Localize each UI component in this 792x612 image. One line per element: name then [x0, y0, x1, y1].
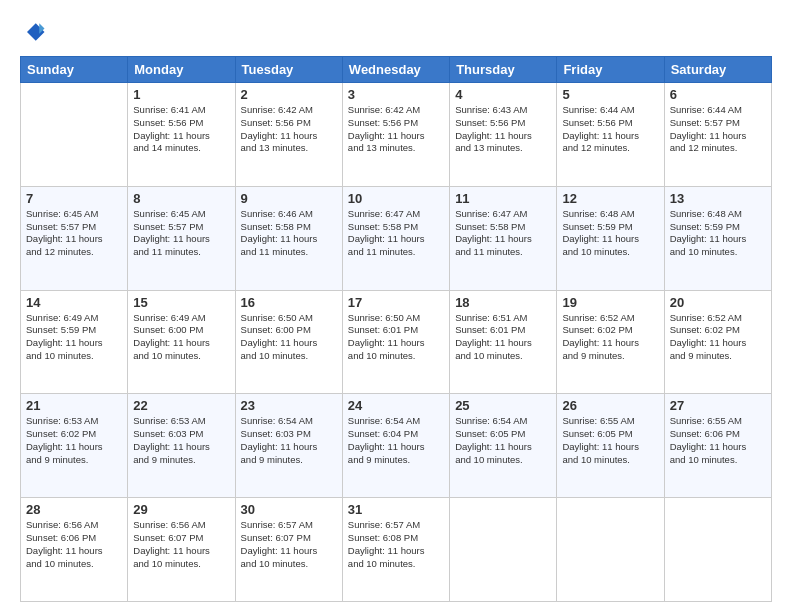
day-number: 25 [455, 398, 551, 413]
calendar-cell: 25Sunrise: 6:54 AM Sunset: 6:05 PM Dayli… [450, 394, 557, 498]
header [20, 18, 772, 46]
calendar-header-thursday: Thursday [450, 57, 557, 83]
calendar-week-row: 7Sunrise: 6:45 AM Sunset: 5:57 PM Daylig… [21, 186, 772, 290]
calendar-week-row: 1Sunrise: 6:41 AM Sunset: 5:56 PM Daylig… [21, 83, 772, 187]
day-number: 29 [133, 502, 229, 517]
day-number: 19 [562, 295, 658, 310]
day-detail: Sunrise: 6:55 AM Sunset: 6:05 PM Dayligh… [562, 415, 658, 466]
day-detail: Sunrise: 6:54 AM Sunset: 6:05 PM Dayligh… [455, 415, 551, 466]
calendar-header-friday: Friday [557, 57, 664, 83]
day-number: 9 [241, 191, 337, 206]
day-number: 6 [670, 87, 766, 102]
calendar-cell: 7Sunrise: 6:45 AM Sunset: 5:57 PM Daylig… [21, 186, 128, 290]
day-detail: Sunrise: 6:43 AM Sunset: 5:56 PM Dayligh… [455, 104, 551, 155]
day-detail: Sunrise: 6:48 AM Sunset: 5:59 PM Dayligh… [670, 208, 766, 259]
day-number: 23 [241, 398, 337, 413]
calendar-header-tuesday: Tuesday [235, 57, 342, 83]
calendar-cell: 24Sunrise: 6:54 AM Sunset: 6:04 PM Dayli… [342, 394, 449, 498]
day-detail: Sunrise: 6:47 AM Sunset: 5:58 PM Dayligh… [348, 208, 444, 259]
calendar-cell: 27Sunrise: 6:55 AM Sunset: 6:06 PM Dayli… [664, 394, 771, 498]
day-detail: Sunrise: 6:49 AM Sunset: 6:00 PM Dayligh… [133, 312, 229, 363]
day-number: 4 [455, 87, 551, 102]
day-number: 26 [562, 398, 658, 413]
day-number: 1 [133, 87, 229, 102]
day-detail: Sunrise: 6:48 AM Sunset: 5:59 PM Dayligh… [562, 208, 658, 259]
calendar-cell: 20Sunrise: 6:52 AM Sunset: 6:02 PM Dayli… [664, 290, 771, 394]
calendar-cell [21, 83, 128, 187]
day-detail: Sunrise: 6:49 AM Sunset: 5:59 PM Dayligh… [26, 312, 122, 363]
calendar-cell: 26Sunrise: 6:55 AM Sunset: 6:05 PM Dayli… [557, 394, 664, 498]
calendar-cell: 22Sunrise: 6:53 AM Sunset: 6:03 PM Dayli… [128, 394, 235, 498]
calendar-cell [450, 498, 557, 602]
calendar-week-row: 14Sunrise: 6:49 AM Sunset: 5:59 PM Dayli… [21, 290, 772, 394]
calendar-header-sunday: Sunday [21, 57, 128, 83]
day-detail: Sunrise: 6:53 AM Sunset: 6:02 PM Dayligh… [26, 415, 122, 466]
day-detail: Sunrise: 6:47 AM Sunset: 5:58 PM Dayligh… [455, 208, 551, 259]
day-number: 8 [133, 191, 229, 206]
calendar-cell: 8Sunrise: 6:45 AM Sunset: 5:57 PM Daylig… [128, 186, 235, 290]
day-number: 24 [348, 398, 444, 413]
day-detail: Sunrise: 6:46 AM Sunset: 5:58 PM Dayligh… [241, 208, 337, 259]
calendar-cell: 2Sunrise: 6:42 AM Sunset: 5:56 PM Daylig… [235, 83, 342, 187]
day-number: 2 [241, 87, 337, 102]
day-detail: Sunrise: 6:56 AM Sunset: 6:06 PM Dayligh… [26, 519, 122, 570]
calendar-week-row: 21Sunrise: 6:53 AM Sunset: 6:02 PM Dayli… [21, 394, 772, 498]
day-detail: Sunrise: 6:54 AM Sunset: 6:04 PM Dayligh… [348, 415, 444, 466]
calendar-header-monday: Monday [128, 57, 235, 83]
calendar-cell: 29Sunrise: 6:56 AM Sunset: 6:07 PM Dayli… [128, 498, 235, 602]
day-number: 21 [26, 398, 122, 413]
calendar-week-row: 28Sunrise: 6:56 AM Sunset: 6:06 PM Dayli… [21, 498, 772, 602]
day-detail: Sunrise: 6:52 AM Sunset: 6:02 PM Dayligh… [562, 312, 658, 363]
day-number: 11 [455, 191, 551, 206]
day-detail: Sunrise: 6:56 AM Sunset: 6:07 PM Dayligh… [133, 519, 229, 570]
calendar-cell: 21Sunrise: 6:53 AM Sunset: 6:02 PM Dayli… [21, 394, 128, 498]
day-detail: Sunrise: 6:50 AM Sunset: 6:00 PM Dayligh… [241, 312, 337, 363]
day-number: 12 [562, 191, 658, 206]
day-detail: Sunrise: 6:45 AM Sunset: 5:57 PM Dayligh… [26, 208, 122, 259]
logo [20, 18, 50, 46]
day-detail: Sunrise: 6:41 AM Sunset: 5:56 PM Dayligh… [133, 104, 229, 155]
calendar-header-row: SundayMondayTuesdayWednesdayThursdayFrid… [21, 57, 772, 83]
calendar-cell: 16Sunrise: 6:50 AM Sunset: 6:00 PM Dayli… [235, 290, 342, 394]
day-number: 3 [348, 87, 444, 102]
calendar-cell: 19Sunrise: 6:52 AM Sunset: 6:02 PM Dayli… [557, 290, 664, 394]
day-detail: Sunrise: 6:45 AM Sunset: 5:57 PM Dayligh… [133, 208, 229, 259]
day-number: 22 [133, 398, 229, 413]
calendar-cell [664, 498, 771, 602]
calendar-cell [557, 498, 664, 602]
calendar-cell: 13Sunrise: 6:48 AM Sunset: 5:59 PM Dayli… [664, 186, 771, 290]
calendar-cell: 9Sunrise: 6:46 AM Sunset: 5:58 PM Daylig… [235, 186, 342, 290]
day-number: 18 [455, 295, 551, 310]
day-detail: Sunrise: 6:44 AM Sunset: 5:57 PM Dayligh… [670, 104, 766, 155]
calendar-header-saturday: Saturday [664, 57, 771, 83]
day-detail: Sunrise: 6:54 AM Sunset: 6:03 PM Dayligh… [241, 415, 337, 466]
calendar-cell: 14Sunrise: 6:49 AM Sunset: 5:59 PM Dayli… [21, 290, 128, 394]
calendar-cell: 28Sunrise: 6:56 AM Sunset: 6:06 PM Dayli… [21, 498, 128, 602]
day-detail: Sunrise: 6:42 AM Sunset: 5:56 PM Dayligh… [348, 104, 444, 155]
day-number: 28 [26, 502, 122, 517]
calendar-cell: 11Sunrise: 6:47 AM Sunset: 5:58 PM Dayli… [450, 186, 557, 290]
calendar-cell: 5Sunrise: 6:44 AM Sunset: 5:56 PM Daylig… [557, 83, 664, 187]
page: SundayMondayTuesdayWednesdayThursdayFrid… [0, 0, 792, 612]
logo-icon [20, 18, 48, 46]
day-number: 31 [348, 502, 444, 517]
day-detail: Sunrise: 6:57 AM Sunset: 6:07 PM Dayligh… [241, 519, 337, 570]
day-number: 17 [348, 295, 444, 310]
day-number: 27 [670, 398, 766, 413]
day-number: 30 [241, 502, 337, 517]
calendar-cell: 12Sunrise: 6:48 AM Sunset: 5:59 PM Dayli… [557, 186, 664, 290]
calendar-cell: 23Sunrise: 6:54 AM Sunset: 6:03 PM Dayli… [235, 394, 342, 498]
calendar-cell: 30Sunrise: 6:57 AM Sunset: 6:07 PM Dayli… [235, 498, 342, 602]
day-number: 15 [133, 295, 229, 310]
day-detail: Sunrise: 6:55 AM Sunset: 6:06 PM Dayligh… [670, 415, 766, 466]
calendar-cell: 18Sunrise: 6:51 AM Sunset: 6:01 PM Dayli… [450, 290, 557, 394]
day-number: 10 [348, 191, 444, 206]
day-detail: Sunrise: 6:42 AM Sunset: 5:56 PM Dayligh… [241, 104, 337, 155]
day-number: 5 [562, 87, 658, 102]
day-number: 14 [26, 295, 122, 310]
calendar-cell: 10Sunrise: 6:47 AM Sunset: 5:58 PM Dayli… [342, 186, 449, 290]
calendar-cell: 31Sunrise: 6:57 AM Sunset: 6:08 PM Dayli… [342, 498, 449, 602]
day-detail: Sunrise: 6:52 AM Sunset: 6:02 PM Dayligh… [670, 312, 766, 363]
day-detail: Sunrise: 6:57 AM Sunset: 6:08 PM Dayligh… [348, 519, 444, 570]
day-number: 16 [241, 295, 337, 310]
